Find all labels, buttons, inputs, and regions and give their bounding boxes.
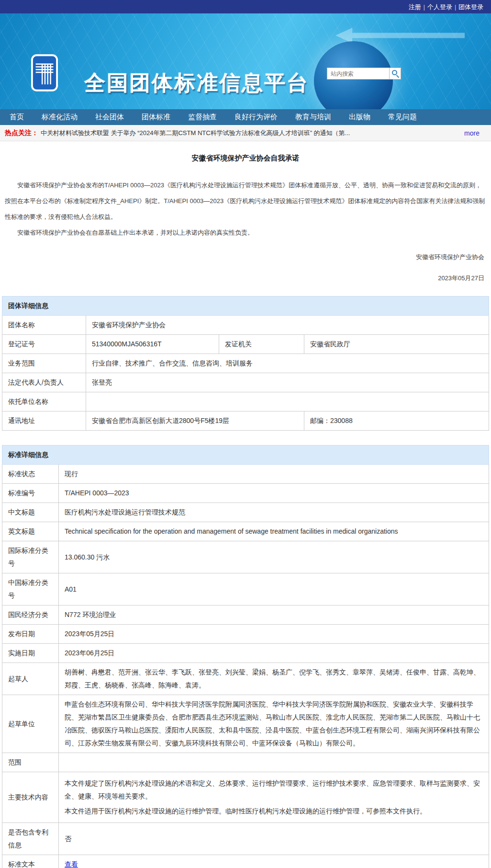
row-label: 发布日期 xyxy=(2,625,59,644)
search-input[interactable] xyxy=(327,68,389,80)
table-row: 范围 xyxy=(2,753,489,772)
row-value: 否 xyxy=(59,823,489,855)
standard-info-header-row: 标准详细信息 xyxy=(2,445,489,465)
group-info-header-row: 团体详细信息 xyxy=(2,297,489,316)
commitment-signature: 安徽省环境保护产业协会 xyxy=(7,253,484,262)
row-label: 标准编号 xyxy=(2,484,59,503)
table-row: 标准状态现行 xyxy=(2,465,489,484)
row-value: 13.060.30 污水 xyxy=(59,541,489,573)
table-row: 起草人胡善树、冉懋君、范开洲、张云华、李飞跃、张登亮、刘兴莹、梁娟、杨圣广、倪学… xyxy=(2,663,489,695)
row-label: 主要技术内容 xyxy=(2,772,59,823)
commitment-date: 2023年05月27日 xyxy=(7,274,484,283)
row-value-paragraph: 本文件适用于医疗机构污水处理设施的运行维护管理。临时性医疗机构污水处理设施的运行… xyxy=(65,805,483,818)
row-value: 本文件规定了医疗机构污水处理设施的术语和定义、总体要求、运行维护管理要求、运行维… xyxy=(59,772,489,823)
row-value: 胡善树、冉懋君、范开洲、张云华、李飞跃、张登亮、刘兴莹、梁娟、杨圣广、倪学飞、张… xyxy=(59,663,489,695)
row-value: 现行 xyxy=(59,465,489,484)
row-value-paragraph: 本文件规定了医疗机构污水处理设施的术语和定义、总体要求、运行维护管理要求、运行维… xyxy=(65,777,483,803)
search-icon xyxy=(392,70,397,75)
group-info-section-title: 团体详细信息 xyxy=(2,297,489,316)
row-value: 2023年06月25日 xyxy=(59,644,489,663)
table-row: 团体名称 安徽省环境保护产业协会 xyxy=(2,316,489,335)
topbar-link-2[interactable]: 团体登录 xyxy=(458,3,483,11)
hot-news-label: 热点关注： xyxy=(5,129,38,137)
view-standard-link[interactable]: 查看 xyxy=(65,860,78,868)
row-label: 实施日期 xyxy=(2,644,59,663)
site-banner: 全国团体标准信息平台 xyxy=(0,13,491,109)
table-row: 标准编号T/AHEPI 0003—2023 xyxy=(2,484,489,503)
nav-item-8[interactable]: 常见问题 xyxy=(388,113,417,122)
topbar-link-1[interactable]: 个人登录 xyxy=(427,3,452,11)
nav-item-6[interactable]: 教育与培训 xyxy=(295,113,331,122)
commitment-title: 安徽省环境保护产业协会自我承诺 xyxy=(0,154,491,163)
row-label: 依托单位名称 xyxy=(2,392,86,411)
row-value xyxy=(86,392,489,411)
row-label: 发证机关 xyxy=(219,335,304,354)
row-value: 申蓝合创生态环境有限公司、华中科技大学同济医学院附属同济医院、华中科技大学同济医… xyxy=(59,695,489,753)
table-row: 主要技术内容本文件规定了医疗机构污水处理设施的术语和定义、总体要求、运行维护管理… xyxy=(2,772,489,823)
nav-item-0[interactable]: 首页 xyxy=(10,113,24,122)
commitment-paragraph: 安徽省环境保护产业协会发布的T/AHEPI 0003—2023《医疗机构污水处理… xyxy=(5,177,486,225)
main-content: 安徽省环境保护产业协会自我承诺 安徽省环境保护产业协会发布的T/AHEPI 00… xyxy=(0,154,491,868)
table-row: 登记证号 51340000MJA506316T 发证机关 安徽省民政厅 xyxy=(2,335,489,354)
topbar-links: 注册|个人登录|团体登录 xyxy=(407,2,485,11)
hot-news-headline[interactable]: 中关村材料试验技术联盟 关于举办 “2024年第二期CSTM NTC科学试验方法… xyxy=(41,129,458,137)
table-row: 发布日期2023年05月25日 xyxy=(2,625,489,644)
table-row: 依托单位名称 xyxy=(2,392,489,411)
table-row: 起草单位申蓝合创生态环境有限公司、华中科技大学同济医学院附属同济医院、华中科技大… xyxy=(2,695,489,753)
nav-item-4[interactable]: 监督抽查 xyxy=(188,113,217,122)
search-bar xyxy=(327,68,401,80)
row-value: 2023年05月25日 xyxy=(59,625,489,644)
topbar: 注册|个人登录|团体登录 xyxy=(0,0,491,13)
topbar-link-0[interactable]: 注册 xyxy=(409,3,421,11)
row-label: 英文标题 xyxy=(2,522,59,541)
table-row: 通讯地址 安徽省合肥市高新区创新大道2800号F5楼19层 邮编：230088 xyxy=(2,411,489,431)
row-value: 张登亮 xyxy=(86,373,489,392)
row-label: 团体名称 xyxy=(2,316,86,335)
row-label: 标准状态 xyxy=(2,465,59,484)
nav-item-3[interactable]: 团体标准 xyxy=(142,113,170,122)
row-value xyxy=(59,753,489,772)
group-info-table: 团体详细信息 团体名称 安徽省环境保护产业协会 登记证号 51340000MJA… xyxy=(2,296,489,431)
search-button[interactable] xyxy=(389,68,401,80)
table-row: 是否包含专利信息否 xyxy=(2,823,489,855)
table-row: 英文标题Technical specification for the oper… xyxy=(2,522,489,541)
standard-info-table-body: 标准状态现行标准编号T/AHEPI 0003—2023中文标题医疗机构污水处理设… xyxy=(2,465,489,868)
row-value: T/AHEPI 0003—2023 xyxy=(59,484,489,503)
row-label: 国际标准分类号 xyxy=(2,541,59,573)
row-label: 起草人 xyxy=(2,663,59,695)
site-title: 全国团体标准信息平台 xyxy=(84,69,309,97)
row-value: 行业自律、技术推广、合作交流、信息咨询、培训服务 xyxy=(86,354,489,373)
table-row: 实施日期2023年06月25日 xyxy=(2,644,489,663)
row-label: 是否包含专利信息 xyxy=(2,823,59,855)
logo-icon xyxy=(31,54,58,92)
row-value: 安徽省合肥市高新区创新大道2800号F5楼19层 xyxy=(86,411,304,431)
table-row: 中文标题医疗机构污水处理设施运行管理技术规范 xyxy=(2,503,489,522)
row-label: 国民经济分类 xyxy=(2,605,59,625)
nav-item-7[interactable]: 出版物 xyxy=(349,113,370,122)
row-label: 业务范围 xyxy=(2,354,86,373)
commitment-paragraph: 安徽省环境保护产业协会在自愿基础上作出本承诺，并对以上承诺内容的真实性负责。 xyxy=(5,225,486,240)
row-label: 通讯地址 xyxy=(2,411,86,431)
topbar-separator: | xyxy=(455,4,456,11)
site-logo[interactable] xyxy=(31,54,58,92)
topbar-separator: | xyxy=(424,4,425,11)
table-row: 中国标准分类号A01 xyxy=(2,573,489,605)
row-value: Technical specification for the operatio… xyxy=(59,522,489,541)
table-row: 标准文本查看 xyxy=(2,855,489,868)
row-value: A01 xyxy=(59,573,489,605)
table-row: 业务范围 行业自律、技术推广、合作交流、信息咨询、培训服务 xyxy=(2,354,489,373)
more-link[interactable]: more xyxy=(464,129,480,137)
standard-info-section-title: 标准详细信息 xyxy=(2,445,489,465)
standard-info-table: 标准详细信息 标准状态现行标准编号T/AHEPI 0003—2023中文标题医疗… xyxy=(2,445,489,868)
row-value: N772 环境治理业 xyxy=(59,605,489,625)
main-nav: 首页标准化活动社会团体团体标准监督抽查良好行为评价教育与培训出版物常见问题 xyxy=(0,109,491,125)
row-label: 法定代表人/负责人 xyxy=(2,373,86,392)
table-row: 法定代表人/负责人 张登亮 xyxy=(2,373,489,392)
nav-item-1[interactable]: 标准化活动 xyxy=(42,113,78,122)
nav-item-5[interactable]: 良好行为评价 xyxy=(234,113,278,122)
postcode-value: 邮编：230088 xyxy=(304,411,489,431)
table-row: 国际标准分类号13.060.30 污水 xyxy=(2,541,489,573)
page: 注册|个人登录|团体登录 全国团体标准信息平台 xyxy=(0,0,491,868)
row-label: 中文标题 xyxy=(2,503,59,522)
nav-item-2[interactable]: 社会团体 xyxy=(95,113,124,122)
